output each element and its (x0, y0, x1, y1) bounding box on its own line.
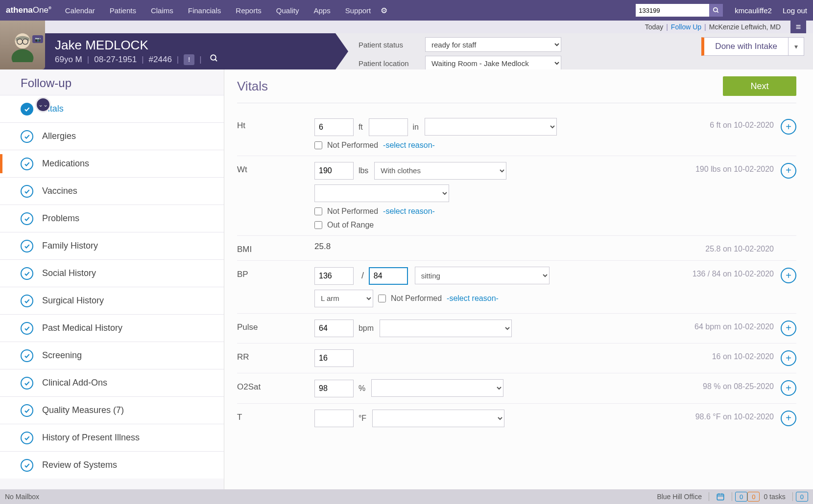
next-button[interactable]: Next (723, 76, 796, 96)
pulse-prev: 64 bpm on 10-02-2020 (628, 320, 774, 338)
sidebar-item-social-history[interactable]: Social History (0, 259, 224, 287)
location-select[interactable]: Waiting Room - Jake Medlock (425, 56, 561, 70)
footer-badge-3[interactable]: 0 (796, 492, 808, 502)
pulse-add-button[interactable]: + (781, 321, 796, 336)
search-icon[interactable] (709, 4, 723, 17)
sidebar-item-family-history[interactable]: Family History (0, 232, 224, 259)
chevron-down-icon[interactable]: ⌄⌄ (35, 97, 51, 113)
ht-unit-select[interactable] (425, 118, 557, 136)
wt-notperformed-checkbox[interactable] (314, 207, 322, 215)
avatar[interactable]: 📷 (0, 21, 45, 69)
nav-claims[interactable]: Claims (151, 6, 173, 15)
rr-input[interactable] (314, 349, 354, 367)
status-label: Patient status (359, 41, 418, 49)
wt-outofrange-checkbox[interactable] (314, 221, 322, 229)
bmi-value: 25.8 (314, 242, 331, 251)
bp-site-select[interactable]: L arm (314, 290, 373, 307)
nav-reports[interactable]: Reports (236, 6, 262, 15)
calendar-icon[interactable] (716, 492, 725, 501)
done-intake-button[interactable]: Done with Intake (701, 37, 789, 56)
sidebar-item-medications[interactable]: Medications (0, 150, 224, 177)
wt-clothes-select[interactable]: With clothes (374, 162, 506, 180)
rr-prev: 16 on 10-02-2020 (628, 349, 774, 367)
sidebar-item-label: Vaccines (42, 186, 77, 196)
wt-extra-select[interactable] (314, 184, 449, 202)
t-add-button[interactable]: + (781, 411, 796, 426)
o2-add-button[interactable]: + (781, 380, 796, 396)
sidebar-item-label: Allergies (42, 131, 76, 141)
footer-badge-2[interactable]: 0 (747, 492, 760, 502)
sidebar-item-history-of-present-illness[interactable]: History of Present Illness (0, 424, 224, 451)
sidebar-item-surgical-history[interactable]: Surgical History (0, 287, 224, 314)
sidebar-item-label: Social History (42, 268, 96, 278)
bp-position-select[interactable]: sitting (415, 267, 550, 284)
username[interactable]: kmcauliffe2 (735, 6, 772, 15)
sidebar-item-vitals[interactable]: Vitals (0, 95, 224, 122)
bp-notperformed-checkbox[interactable] (378, 295, 386, 302)
sidebar-item-label: Problems (42, 213, 79, 224)
hamburger-icon[interactable]: ≡ (790, 19, 806, 35)
nav-search-input[interactable] (636, 4, 709, 17)
context-today: Today (645, 23, 663, 31)
done-intake-caret[interactable]: ▾ (789, 37, 804, 56)
sidebar-item-quality-measures-7-[interactable]: Quality Measures (7) (0, 396, 224, 424)
o2-select[interactable] (371, 379, 503, 397)
sidebar-item-past-medical-history[interactable]: Past Medical History (0, 314, 224, 342)
bp-dia-input[interactable] (369, 267, 408, 285)
t-input[interactable] (314, 410, 354, 427)
bp-sys-input[interactable] (314, 267, 354, 285)
nav-calendar[interactable]: Calendar (65, 6, 95, 15)
gear-icon[interactable]: ⚙ (381, 6, 387, 15)
vital-row-o2sat: O2Sat % 98 % on 08-25-2020 + (237, 373, 796, 404)
status-select[interactable]: ready for staff (425, 37, 561, 52)
ht-notperformed-checkbox[interactable] (314, 141, 322, 149)
o2-input[interactable] (314, 380, 354, 397)
wt-label: Wt (237, 162, 314, 230)
nav-patients[interactable]: Patients (110, 6, 136, 15)
done-button-group: Done with Intake ▾ (701, 37, 804, 56)
sidebar-item-vaccines[interactable]: Vaccines (0, 177, 224, 205)
wt-add-button[interactable]: + (781, 163, 796, 179)
logout-link[interactable]: Log out (783, 6, 807, 15)
bp-reason-link[interactable]: -select reason- (447, 294, 499, 303)
ht-add-button[interactable]: + (781, 119, 796, 135)
ht-ft-input[interactable] (314, 118, 354, 136)
context-followup[interactable]: Follow Up (671, 23, 701, 31)
vital-row-wt: Wt lbs With clothes Not Performed -selec… (237, 156, 796, 236)
footer-tasks[interactable]: 0 tasks (764, 493, 785, 501)
nav-quality[interactable]: Quality (276, 6, 299, 15)
camera-icon[interactable]: 📷 (32, 35, 43, 43)
patient-id: #2446 (149, 55, 172, 65)
ht-in-unit: in (413, 123, 419, 131)
footer-office[interactable]: Blue Hill Office (657, 493, 702, 501)
sidebar-item-review-of-systems[interactable]: Review of Systems (0, 451, 224, 479)
pulse-input[interactable] (314, 320, 354, 337)
sidebar-item-allergies[interactable]: Allergies (0, 122, 224, 150)
patient-name: Jake MEDLOCK (55, 38, 218, 53)
sidebar-item-label: Surgical History (42, 296, 104, 306)
wt-input[interactable] (314, 162, 354, 180)
rr-add-button[interactable]: + (781, 350, 796, 366)
pulse-select[interactable] (380, 320, 512, 337)
t-select[interactable] (372, 410, 504, 427)
nav-support[interactable]: Support (345, 6, 371, 15)
bp-add-button[interactable]: + (781, 268, 796, 283)
check-icon (21, 349, 33, 362)
t-prev: 98.6 °F on 10-02-2020 (628, 410, 774, 428)
sidebar-item-clinical-add-ons[interactable]: Clinical Add-Ons (0, 369, 224, 396)
context-strip: Today | Follow Up | McKenzie Leftwich, M… (0, 21, 813, 33)
footer-badge-1[interactable]: 0 (735, 492, 747, 502)
ht-in-input[interactable] (369, 118, 408, 136)
patient-search-icon[interactable] (210, 54, 218, 65)
sidebar-item-problems[interactable]: Problems (0, 205, 224, 232)
ht-reason-link[interactable]: -select reason- (383, 141, 435, 150)
nav-apps[interactable]: Apps (314, 6, 331, 15)
svg-point-0 (714, 8, 717, 12)
nav-financials[interactable]: Financials (188, 6, 221, 15)
alert-icon[interactable]: ! (184, 54, 194, 65)
pulse-unit: bpm (359, 324, 374, 332)
vital-row-t: T °F 98.6 °F on 10-02-2020 + (237, 404, 796, 434)
sidebar-item-screening[interactable]: Screening (0, 342, 224, 369)
wt-reason-link[interactable]: -select reason- (383, 207, 435, 216)
check-icon (21, 404, 33, 417)
